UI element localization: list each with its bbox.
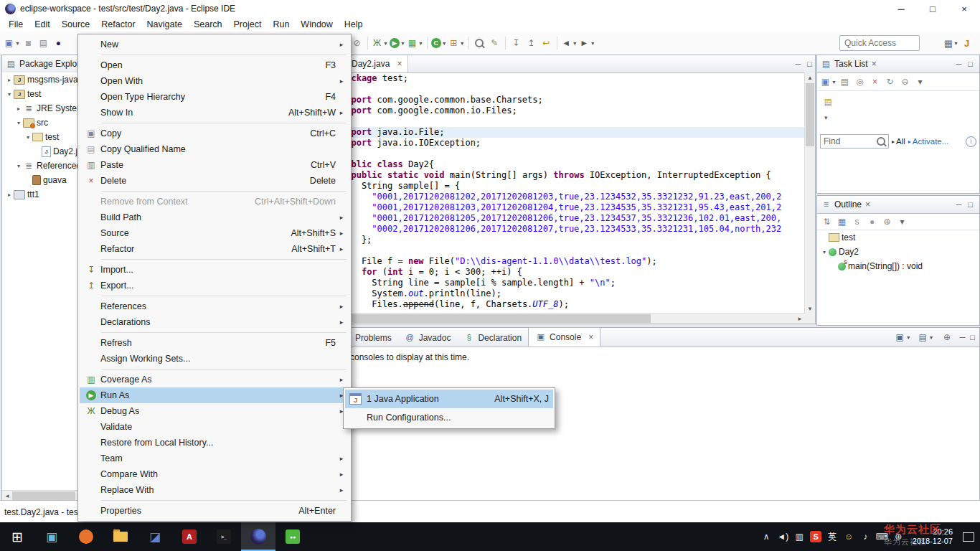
menu-item-open-with[interactable]: Open With▸ [80,73,349,89]
uncategorized-icon[interactable]: ▤ [823,97,834,108]
code-line[interactable]: import java.io.File; [331,127,805,138]
next-annotation-icon[interactable]: ↧ [509,35,523,51]
sort-icon[interactable]: ⇅ [820,214,834,230]
editor-vscrollbar[interactable]: ▲ ▼ [804,72,815,314]
tray-ime-button[interactable]: 英 [824,522,841,551]
menu-project[interactable]: Project [228,17,268,32]
expand-arrow-icon[interactable]: ▾ [24,134,32,141]
maximize-window-icon[interactable]: □ [917,0,948,17]
submenu-item-run-configurations[interactable]: Run Configurations... [345,408,553,427]
menu-item-new[interactable]: New▸ [80,37,349,52]
scroll-right-icon[interactable]: ► [795,314,805,324]
outline-header[interactable]: ≡ Outline × ─ □ [817,196,979,214]
dropdown-arrow-icon[interactable]: ▼ [906,335,911,340]
debug-icon[interactable]: Ж▼ [372,35,388,51]
dropdown-arrow-icon[interactable]: ▼ [442,41,447,46]
run-icon[interactable]: ▶▼ [390,35,405,51]
menu-item-show-in[interactable]: Show InAlt+Shift+W▸ [80,105,349,121]
menu-help[interactable]: Help [339,17,369,32]
menu-item-compare-with[interactable]: Compare With▸ [80,466,349,482]
tree-item-day2[interactable]: ▾Day2 [817,245,979,259]
mark-occurrences-icon[interactable]: ✎ [488,35,501,51]
chevron-down-icon[interactable]: ▾ [824,114,828,121]
menu-item-export[interactable]: ↥Export... [80,278,349,293]
activate-link[interactable]: ▸Activate... [908,137,949,146]
menu-item-restore-from-local-history[interactable]: Restore from Local History... [80,435,349,451]
menu-item-properties[interactable]: PropertiesAlt+Enter [80,503,349,519]
menu-item-refactor[interactable]: RefactorAlt+Shift+T▸ [80,241,349,257]
categorized-icon[interactable]: ▤ [838,74,852,90]
code-line[interactable]: package test; [331,73,805,84]
dropdown-arrow-icon[interactable]: ▼ [383,41,388,46]
scroll-down-icon[interactable]: ▼ [805,303,815,314]
menu-item-paste[interactable]: ▥PasteCtrl+V [80,157,349,173]
menu-item-run-as[interactable]: ▶Run As▸ [80,387,349,403]
code-line[interactable]: ⊖ public static void main(String[] args)… [331,170,805,181]
minimize-view-icon[interactable]: ─ [960,333,966,342]
link-with-editor-icon[interactable]: ⊕ [880,214,894,230]
launch-icon[interactable]: ● [52,35,65,51]
menu-item-import[interactable]: ↧Import... [80,262,349,278]
dropdown-arrow-icon[interactable]: ▼ [573,41,578,46]
code-line[interactable]: "0001,20171202081203,20171202081204,true… [331,202,805,213]
menu-item-team[interactable]: Team▸ [80,451,349,466]
save-icon[interactable]: ◙ [22,35,35,51]
code-line[interactable] [331,245,805,256]
menu-item-declarations[interactable]: Declarations▸ [80,314,349,330]
taskbar-firefox-button[interactable] [69,522,103,551]
expand-arrow-icon[interactable]: ▾ [14,163,23,169]
close-tab-icon[interactable]: × [397,59,402,69]
code-line[interactable]: Files.append(line, f, Charsets.UTF_8); [331,299,805,310]
tray-tools-button[interactable]: ⊕ [890,522,907,551]
previous-annotation-icon[interactable]: ↥ [524,35,538,51]
dropdown-arrow-icon[interactable]: ▼ [400,41,405,46]
expand-arrow-icon[interactable]: ▾ [14,120,23,126]
expand-arrow-icon[interactable]: ▾ [820,249,829,255]
scrollbar-thumb[interactable] [12,491,75,500]
taskbar-eclipse-button[interactable] [241,522,275,551]
focus-icon[interactable]: ◎ [853,74,867,90]
scrollbar-thumb[interactable] [806,83,814,146]
forward-icon[interactable]: ►▼ [579,35,595,51]
dropdown-arrow-icon[interactable]: ▼ [590,41,595,46]
print-icon[interactable]: ▤ [37,35,50,51]
close-window-icon[interactable]: × [948,0,980,17]
code-line[interactable]: import java.io.IOException; [331,138,805,149]
maximize-view-icon[interactable]: □ [807,60,812,68]
tab-console[interactable]: ▣Console× [528,327,600,347]
close-view-icon[interactable]: × [865,199,870,209]
taskbar-file-explorer-button[interactable] [103,522,138,551]
dropdown-arrow-icon[interactable]: ▼ [831,80,837,85]
collapse-all-icon[interactable]: ⊖ [898,74,912,90]
menu-item-coverage-as[interactable]: ▥Coverage As▸ [80,372,349,387]
new-wizard-icon[interactable]: ▣▼ [4,35,20,51]
start-button-button[interactable]: ⊞ [0,522,34,551]
taskbar-cmd-button[interactable]: >_ [207,522,241,551]
scrollbar-thumb[interactable] [342,314,651,323]
java-perspective-icon[interactable]: J [960,35,974,51]
code-line[interactable]: File f = new File("D:\\dis-agent-1.1.0\\… [331,256,805,267]
code-line[interactable] [331,84,805,95]
taskbar-clock[interactable]: 20:262018-12-07 [907,527,958,546]
minimize-view-icon[interactable]: ─ [956,60,962,68]
code-line[interactable] [331,116,805,127]
last-edit-location-icon[interactable]: ↩ [540,35,553,51]
tray-smiley-button[interactable]: ☺ [841,522,857,551]
menu-run[interactable]: Run [267,17,295,32]
scroll-left-icon[interactable]: ◄ [2,491,12,501]
tray-hiddens-icon-button[interactable]: ∧ [758,522,775,551]
notification-center-button[interactable] [958,522,979,551]
minimize-view-icon[interactable]: ─ [956,200,962,209]
view-menu-icon[interactable]: ▾ [895,214,909,230]
menu-item-copy-qualified-name[interactable]: ▤Copy Qualified Name [80,141,349,157]
hide-static-members-icon[interactable]: s [850,214,864,230]
menu-item-validate[interactable]: Validate [80,419,349,435]
view-menu-icon[interactable]: ▾ [913,74,927,90]
open-console-icon[interactable]: ▣▼ [895,329,911,345]
display-console-icon[interactable]: ▤▼ [918,329,934,345]
menu-item-assign-working-sets[interactable]: Assign Working Sets... [80,351,349,367]
code-line[interactable]: "0001,20171202081202,20171202081203,true… [331,192,805,202]
delete-task-icon[interactable]: × [868,74,882,90]
tab-declaration[interactable]: §Declaration [457,329,528,347]
tray-volume-button[interactable]: ◄) [775,522,791,551]
